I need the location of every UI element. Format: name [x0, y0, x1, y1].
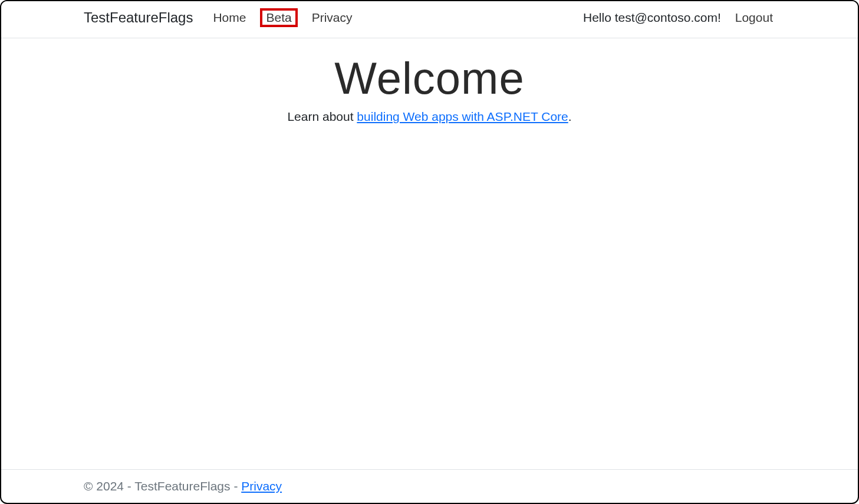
footer: © 2024 - TestFeatureFlags - Privacy [1, 469, 858, 503]
footer-privacy-link[interactable]: Privacy [241, 479, 282, 493]
nav-right: Hello test@contoso.com! Logout [583, 9, 775, 26]
lead-text: Learn about building Web apps with ASP.N… [1, 110, 858, 124]
lead-link[interactable]: building Web apps with ASP.NET Core [357, 110, 568, 123]
main-content: Welcome Learn about building Web apps wi… [1, 38, 858, 469]
navbar: TestFeatureFlags Home Beta Privacy Hello… [1, 1, 858, 38]
page-title: Welcome [1, 52, 858, 104]
brand-title[interactable]: TestFeatureFlags [84, 9, 193, 26]
user-greeting: Hello test@contoso.com! [583, 11, 721, 25]
nav-link-privacy[interactable]: Privacy [310, 9, 355, 26]
nav-left: TestFeatureFlags Home Beta Privacy [84, 8, 355, 27]
footer-copyright: © 2024 - TestFeatureFlags - [84, 479, 241, 493]
lead-prefix: Learn about [287, 110, 357, 123]
nav-link-beta[interactable]: Beta [260, 8, 297, 27]
logout-link[interactable]: Logout [733, 9, 775, 26]
nav-link-home[interactable]: Home [210, 9, 248, 26]
lead-suffix: . [568, 110, 572, 123]
